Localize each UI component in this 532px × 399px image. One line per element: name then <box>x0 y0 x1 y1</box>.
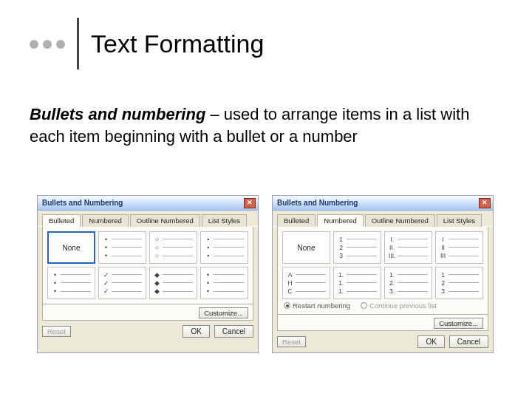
close-icon[interactable]: ✕ <box>244 198 256 208</box>
tab-numbered[interactable]: Numbered <box>317 214 363 227</box>
bullet-option[interactable]: ▪▪▪ <box>200 231 248 264</box>
number-option[interactable]: 123 <box>435 267 483 299</box>
option-none[interactable]: None <box>282 231 330 264</box>
tab-outline[interactable]: Outline Numbered <box>365 214 435 227</box>
number-option[interactable]: AHC <box>282 267 330 299</box>
dialog-title: Bullets and Numbering <box>42 199 123 207</box>
tab-numbered[interactable]: Numbered <box>82 214 128 227</box>
option-none[interactable]: None <box>47 231 95 264</box>
close-icon[interactable]: ✕ <box>479 198 491 208</box>
tab-bulleted[interactable]: Bulleted <box>42 214 81 227</box>
ok-button[interactable]: OK <box>183 325 209 338</box>
titlebar[interactable]: Bullets and Numbering ✕ <box>38 196 258 211</box>
reset-button[interactable]: Reset <box>277 336 306 347</box>
bullet-option[interactable]: ○○○ <box>149 231 197 264</box>
number-option[interactable]: 123 <box>333 231 381 264</box>
number-option[interactable]: 1.1.1. <box>333 267 381 299</box>
radio-continue[interactable]: Continue previous list <box>361 301 437 310</box>
bullet-option[interactable]: ••• <box>200 267 248 299</box>
titlebar[interactable]: Bullets and Numbering ✕ <box>273 196 493 211</box>
dialog-bulleted: Bullets and Numbering ✕ Bulleted Numbere… <box>37 195 259 353</box>
cancel-button[interactable]: Cancel <box>214 325 253 338</box>
slide-lead: Bullets and numbering <box>30 105 205 123</box>
tab-list-styles[interactable]: List Styles <box>202 214 247 227</box>
number-option[interactable]: IIIIII <box>435 231 483 264</box>
cancel-button[interactable]: Cancel <box>449 335 488 348</box>
number-option[interactable]: 1.2.3. <box>384 267 432 299</box>
customize-button[interactable]: Customize... <box>199 307 248 318</box>
tab-list-styles[interactable]: List Styles <box>437 214 482 227</box>
title-divider <box>77 18 79 69</box>
slide-title: Text Formatting <box>91 30 264 58</box>
ok-button[interactable]: OK <box>417 335 444 348</box>
tab-outline[interactable]: Outline Numbered <box>130 214 200 227</box>
bullet-option[interactable]: ••• <box>98 231 146 264</box>
customize-button[interactable]: Customize... <box>434 318 483 329</box>
radio-restart[interactable]: Restart numbering <box>284 301 350 310</box>
decorative-dots <box>30 40 65 49</box>
dialog-title: Bullets and Numbering <box>277 199 358 207</box>
tab-bulleted[interactable]: Bulleted <box>277 214 316 227</box>
bullet-option[interactable]: ••• <box>47 267 95 299</box>
number-option[interactable]: I.II.III. <box>384 231 432 264</box>
dialog-numbered: Bullets and Numbering ✕ Bulleted Numbere… <box>272 195 494 353</box>
bullet-option[interactable]: ✓✓✓ <box>98 267 146 299</box>
reset-button[interactable]: Reset <box>42 326 71 337</box>
slide-body: Bullets and numbering – used to arrange … <box>30 103 495 147</box>
bullet-option[interactable]: ◆◆◆ <box>149 267 197 299</box>
